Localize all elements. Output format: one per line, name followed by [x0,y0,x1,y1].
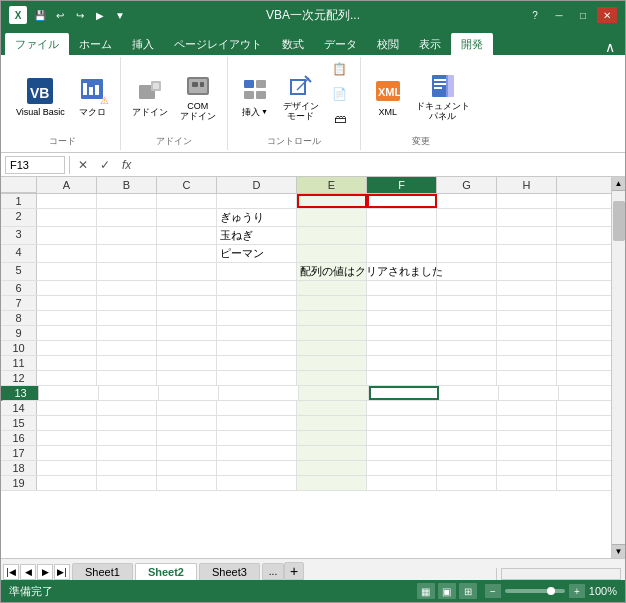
cancel-formula-btn[interactable]: ✕ [74,156,92,174]
cell-f18[interactable] [367,461,437,475]
cell-c12[interactable] [157,371,217,385]
cell-d8[interactable] [217,311,297,325]
zoom-slider[interactable] [505,589,565,593]
cell-e8[interactable] [297,311,367,325]
cell-b14[interactable] [97,401,157,415]
cell-b2[interactable] [97,209,157,226]
cell-a2[interactable] [37,209,97,226]
row-num-7[interactable]: 7 [1,296,37,310]
row-num-19[interactable]: 19 [1,476,37,490]
cell-b11[interactable] [97,356,157,370]
col-header-f[interactable]: F [367,177,437,193]
scroll-up-btn[interactable]: ▲ [612,177,625,191]
sheet-last-btn[interactable]: ▶| [54,564,70,580]
cell-e1[interactable] [297,194,367,208]
cell-d6[interactable] [217,281,297,295]
cell-c18[interactable] [157,461,217,475]
cell-a18[interactable] [37,461,97,475]
cell-g17[interactable] [437,446,497,460]
scroll-track[interactable] [612,191,625,544]
cell-f10[interactable] [367,341,437,355]
help-btn[interactable]: ? [525,7,545,23]
cell-c15[interactable] [157,416,217,430]
cell-f11[interactable] [367,356,437,370]
sheet-first-btn[interactable]: |◀ [3,564,19,580]
cell-g12[interactable] [437,371,497,385]
row-num-3[interactable]: 3 [1,227,37,244]
cell-a14[interactable] [37,401,97,415]
cell-h16[interactable] [497,431,557,445]
cell-d11[interactable] [217,356,297,370]
cell-g16[interactable] [437,431,497,445]
run-quick-btn[interactable]: ▶ [91,6,109,24]
cell-c14[interactable] [157,401,217,415]
grid-scroll-area[interactable]: 1 2 ぎゅうり [1,194,611,558]
visual-basic-btn[interactable]: VB Visual Basic [11,72,70,121]
cell-e6[interactable] [297,281,367,295]
cell-b6[interactable] [97,281,157,295]
dialog-btn[interactable]: 🗃 [326,109,354,133]
cell-d13[interactable] [219,386,299,400]
tab-insert[interactable]: 挿入 [122,33,164,55]
cell-f12[interactable] [367,371,437,385]
cell-g19[interactable] [437,476,497,490]
cell-b17[interactable] [97,446,157,460]
cell-f2[interactable] [367,209,437,226]
cell-a9[interactable] [37,326,97,340]
cell-a17[interactable] [37,446,97,460]
cell-g13[interactable] [439,386,499,400]
cell-b15[interactable] [97,416,157,430]
cell-a4[interactable] [37,245,97,262]
cell-c5[interactable] [157,263,217,280]
cell-b4[interactable] [97,245,157,262]
row-num-11[interactable]: 11 [1,356,37,370]
cell-b12[interactable] [97,371,157,385]
cell-g3[interactable] [437,227,497,244]
row-num-16[interactable]: 16 [1,431,37,445]
cell-ref-box[interactable]: F13 [5,156,65,174]
cell-a1[interactable] [37,194,97,208]
scroll-thumb[interactable] [613,201,625,241]
cell-g7[interactable] [437,296,497,310]
cell-f8[interactable] [367,311,437,325]
cell-f7[interactable] [367,296,437,310]
row-num-12[interactable]: 12 [1,371,37,385]
cell-h5[interactable] [497,263,557,280]
cell-a13[interactable] [39,386,99,400]
cell-f9[interactable] [367,326,437,340]
cell-d12[interactable] [217,371,297,385]
col-header-c[interactable]: C [157,177,217,193]
cell-h9[interactable] [497,326,557,340]
cell-e4[interactable] [297,245,367,262]
cell-g6[interactable] [437,281,497,295]
row-num-5[interactable]: 5 [1,263,37,280]
cell-h14[interactable] [497,401,557,415]
cell-d18[interactable] [217,461,297,475]
cell-f14[interactable] [367,401,437,415]
cell-d19[interactable] [217,476,297,490]
sheet-tab-sheet2[interactable]: Sheet2 [135,563,197,580]
col-header-h[interactable]: H [497,177,557,193]
cell-g5[interactable] [437,263,497,280]
cell-h4[interactable] [497,245,557,262]
cell-d10[interactable] [217,341,297,355]
cell-g9[interactable] [437,326,497,340]
cell-c11[interactable] [157,356,217,370]
cell-b7[interactable] [97,296,157,310]
redo-quick-btn[interactable]: ↪ [71,6,89,24]
cell-c16[interactable] [157,431,217,445]
row-num-14[interactable]: 14 [1,401,37,415]
cell-h8[interactable] [497,311,557,325]
row-num-2[interactable]: 2 [1,209,37,226]
cell-g2[interactable] [437,209,497,226]
formula-input[interactable] [139,159,621,171]
cell-c19[interactable] [157,476,217,490]
cell-b19[interactable] [97,476,157,490]
page-layout-view-btn[interactable]: ▣ [438,583,456,599]
cell-c6[interactable] [157,281,217,295]
cell-a11[interactable] [37,356,97,370]
col-header-a[interactable]: A [37,177,97,193]
cell-e11[interactable] [297,356,367,370]
cell-b1[interactable] [97,194,157,208]
cell-d16[interactable] [217,431,297,445]
